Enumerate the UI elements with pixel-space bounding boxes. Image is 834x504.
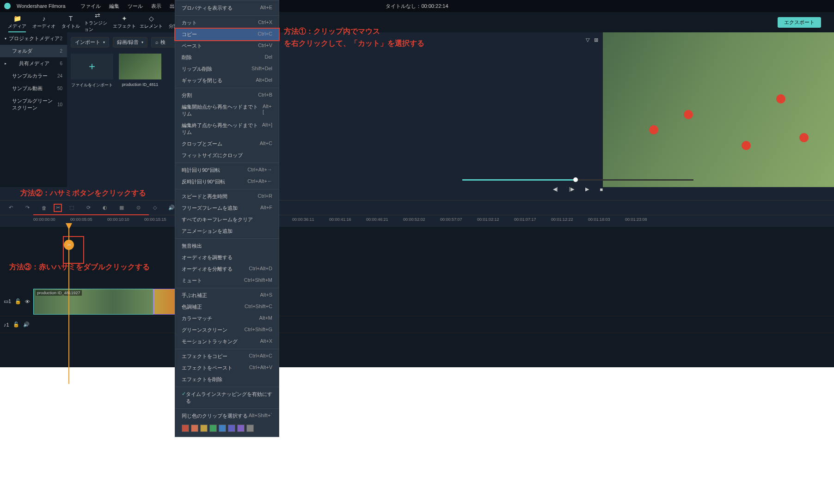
color-swatch[interactable] [200, 425, 208, 432]
undo-icon[interactable]: ↶ [6, 204, 15, 212]
menu-item[interactable]: 色調補正Ctrl+Shift+C [175, 301, 279, 313]
speed-icon[interactable]: ⟳ [84, 204, 92, 212]
color-swatch[interactable] [228, 425, 235, 432]
menu-item[interactable]: 手ぶれ補正Alt+S [175, 290, 279, 301]
ruler-tick: 00:01:07:17 [514, 217, 536, 222]
next-frame-icon[interactable]: |▶ [569, 186, 574, 192]
menu-item[interactable]: 反時計回り90°回転Ctrl+Alt+← [175, 176, 279, 188]
sidebar-item-shared-media[interactable]: 共有メディア6 [0, 57, 67, 70]
ruler-tick: 00:00:10:10 [107, 217, 129, 222]
menu-item[interactable]: カラーマッチAlt+M [175, 313, 279, 324]
speaker-icon[interactable]: 🔊 [23, 322, 30, 328]
menu-item[interactable]: ミュートCtrl+Shift+M [175, 275, 279, 286]
menu-item[interactable]: 削除Del [175, 52, 279, 63]
menu-tool[interactable]: ツール [128, 3, 143, 10]
tab-audio[interactable]: ♪オーディオ [31, 12, 57, 32]
playhead[interactable] [68, 227, 69, 384]
stop-icon[interactable]: ■ [600, 187, 603, 192]
eye-icon[interactable]: 👁 [25, 299, 30, 304]
tab-media[interactable]: 📁メディア [4, 12, 31, 32]
media-import-tile[interactable]: + ファイルをインポート [71, 54, 113, 88]
menu-file[interactable]: ファイル [80, 3, 101, 10]
color-swatch[interactable] [182, 425, 189, 432]
crop-icon[interactable]: ⬚ [67, 204, 76, 212]
menu-edit[interactable]: 編集 [109, 3, 119, 10]
green-icon[interactable]: ▦ [117, 204, 126, 212]
tab-transition[interactable]: ⇄トランジション [84, 12, 111, 32]
menu-item[interactable]: 無音検出 [175, 240, 279, 252]
sidebar-item-folder[interactable]: フォルダ2 [0, 45, 67, 57]
menu-item[interactable]: エフェクトをコピーCtrl+Alt+C [175, 351, 279, 362]
timeline-clip-2[interactable] [153, 289, 177, 315]
menu-item[interactable]: プロパティを表示するAlt+E [175, 2, 279, 14]
ruler-tick: 00:01:18:03 [588, 217, 610, 222]
ruler-tick: 00:00:46:21 [366, 217, 388, 222]
menu-item[interactable]: 同じ色のクリップを選択するAlt+Shift+` [175, 410, 279, 422]
menu-item[interactable]: クロップとズームAlt+C [175, 138, 279, 150]
menu-item[interactable]: モーショントラッキングAlt+X [175, 336, 279, 347]
timeline-ruler[interactable]: 00:00:00:0000:00:05:0500:00:10:1000:00:1… [0, 215, 834, 227]
annotation-2: 方法②：ハサミボタンをクリックする [20, 188, 146, 198]
preview-progress[interactable] [462, 179, 693, 181]
timeline-clip-1[interactable]: production ID_4811927 [33, 289, 153, 315]
color-swatch[interactable] [219, 425, 226, 432]
menu-item[interactable]: オーディオを調整する [175, 252, 279, 263]
color-swatch[interactable] [237, 425, 245, 432]
export-button[interactable]: エクスポート [778, 17, 821, 28]
preview-video [603, 32, 834, 187]
menu-item[interactable]: リップル削除Shift+Del [175, 63, 279, 75]
sidebar-item-project-media[interactable]: プロジェクトメディア2 [0, 32, 67, 45]
sidebar-item-sample-color[interactable]: サンプルカラー24 [0, 70, 67, 82]
tab-effect[interactable]: ✦エフェクト [111, 12, 138, 32]
menu-item[interactable]: エフェクトを削除 [175, 374, 279, 385]
video-thumbnail [119, 54, 161, 79]
menu-item: 編集終了点から再生ヘッドまでトリムAlt+] [175, 120, 279, 138]
prev-frame-icon[interactable]: ◀| [553, 186, 558, 192]
lock-icon[interactable]: 🔓 [15, 298, 21, 304]
timeline-tracks: ✂ ▭1 🔓 👁 production ID_4811927 ♪1 🔓 🔊 [0, 227, 834, 384]
menu-item[interactable]: アニメーションを追加 [175, 225, 279, 237]
transition-icon: ⇄ [95, 12, 100, 19]
ruler-tick: 00:00:00:00 [33, 217, 55, 222]
sidebar: プロジェクトメディア2 フォルダ2 共有メディア6 サンプルカラー24 サンプル… [0, 32, 67, 187]
sparkle-icon: ✦ [122, 15, 127, 22]
sidebar-item-sample-video[interactable]: サンプル動画50 [0, 82, 67, 95]
tabs: 📁メディア ♪オーディオ Tタイトル ⇄トランジション ✦エフェクト ◇エレメン… [0, 12, 834, 32]
scissors-marker[interactable]: ✂ [64, 240, 74, 250]
app-logo [4, 2, 11, 10]
trash-icon[interactable]: 🗑 [40, 204, 48, 212]
media-clip-tile[interactable]: production ID_4811 [119, 54, 161, 88]
color-swatch[interactable] [209, 425, 217, 432]
color-swatch[interactable] [191, 425, 198, 432]
lock-icon[interactable]: 🔓 [13, 322, 19, 328]
tab-title[interactable]: Tタイトル [57, 12, 84, 32]
ruler-tick: 00:01:23:08 [625, 217, 647, 222]
ruler-tick: 00:00:41:16 [329, 217, 351, 222]
scissors-icon[interactable]: ✂ [54, 204, 62, 212]
menu-item[interactable]: フィットサイズにクロップ [175, 150, 279, 161]
menu-item[interactable]: スピードと再生時間Ctrl+R [175, 191, 279, 202]
play-icon[interactable]: ▶ [585, 186, 589, 192]
annotation-underline [33, 213, 149, 215]
redo-icon[interactable]: ↷ [23, 204, 31, 212]
menu-item[interactable]: コピーCtrl+C [174, 28, 280, 41]
import-dropdown[interactable]: インポート [71, 37, 109, 48]
music-icon: ♪ [43, 15, 46, 22]
filter-icon[interactable]: ▽ [586, 37, 589, 43]
menu-item[interactable]: 分割Ctrl+B [175, 90, 279, 101]
grid-icon[interactable]: ⊞ [594, 37, 598, 43]
menu-item[interactable]: オーディオを分離するCtrl+Alt+D [175, 263, 279, 275]
tab-element[interactable]: ◇エレメント [138, 12, 165, 32]
record-dropdown[interactable]: 録画/録音 [113, 37, 147, 48]
menu-item[interactable]: グリーンスクリーンCtrl+Shift+G [175, 324, 279, 336]
menu-item[interactable]: カットCtrl+X [175, 17, 279, 29]
keyframe-icon[interactable]: ◇ [151, 204, 159, 212]
menu-item[interactable]: 時計回り90°回転Ctrl+Alt+→ [175, 164, 279, 176]
sidebar-item-sample-green[interactable]: サンプルグリーンスクリーン10 [0, 95, 67, 114]
color-icon[interactable]: ◐ [101, 204, 109, 212]
menu-item[interactable]: タイムラインスナッピングを有効にする [175, 389, 279, 407]
menu-view[interactable]: 表示 [151, 3, 161, 10]
text-icon: T [69, 15, 73, 22]
color-swatch[interactable] [246, 425, 254, 432]
target-icon[interactable]: ⊙ [134, 204, 142, 212]
